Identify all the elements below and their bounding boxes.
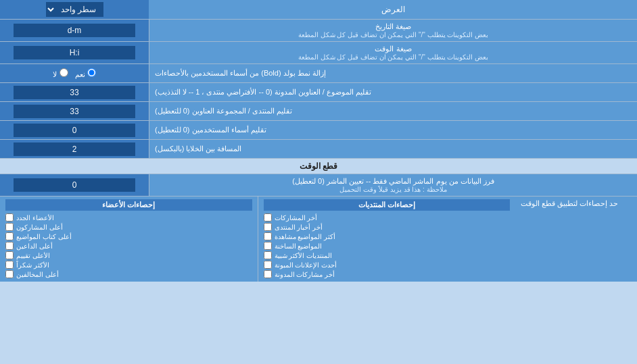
usernames-trim-row: تقليم أسماء المستخدمين (0 للتعطيل)	[0, 121, 637, 140]
cell-spacing-row: المسافة بين الخلايا (بالبكسل)	[0, 140, 637, 159]
stats-section: حد إحصاءات لتطبيق قطع الوقت إحصاءات المن…	[0, 197, 637, 282]
posts-stat-item-3: المواضيع الساخنة	[264, 241, 511, 251]
topic-trim-label: تقليم الموضوع / العناوين المدونة (0 -- ا…	[149, 83, 637, 101]
cell-spacing-input-container	[0, 140, 149, 158]
header-row: العرض سطر واحد سطرين ثلاثة أسطر	[0, 0, 637, 20]
usernames-trim-input[interactable]	[14, 124, 135, 137]
posts-stat-checkbox-5[interactable]	[264, 261, 272, 269]
time-format-input[interactable]	[14, 46, 135, 59]
members-stat-item-4: الأعلى تقييم	[5, 251, 252, 260]
bold-remove-radio-container: نعم لا	[0, 64, 149, 82]
usernames-trim-input-container	[0, 121, 149, 139]
bold-no-label: لا	[53, 68, 68, 79]
members-stat-checkbox-6[interactable]	[5, 270, 14, 278]
members-stat-checkbox-4[interactable]	[5, 251, 14, 259]
posts-stats-title: إحصاءات المنتديات	[264, 199, 511, 211]
posts-stat-item-2: أكثر المواضيع مشاهدة	[264, 232, 511, 241]
cutoff-row: فرز البيانات من يوم الماشر الماضي فقط --…	[0, 174, 637, 197]
bold-remove-row: إزالة نمط بولد (Bold) من أسماء المستخدمي…	[0, 64, 637, 83]
posts-stat-item-5: أحدث الإعلانات المبونة	[264, 260, 511, 269]
cutoff-header: قطع الوقت	[0, 159, 637, 174]
topic-trim-input[interactable]	[14, 86, 135, 99]
header-label: العرض	[149, 2, 637, 17]
members-stats-col: إحصاءات الأعضاء الأعضاء الجدد أعلى المشا…	[0, 197, 258, 282]
date-format-label: صيغة التاريخ بعض التكوينات يتطلب "/" الت…	[149, 20, 637, 41]
cutoff-input[interactable]	[14, 178, 135, 192]
members-stat-checkbox-2[interactable]	[5, 232, 14, 240]
display-select[interactable]: سطر واحد سطرين ثلاثة أسطر	[46, 2, 103, 17]
time-format-input-container	[0, 42, 149, 63]
posts-stat-checkbox-4[interactable]	[264, 251, 272, 259]
posts-stat-item-1: أخر أخبار المنتدى	[264, 222, 511, 232]
members-stat-item-6: أعلى المخالفين	[5, 269, 252, 279]
topic-trim-input-container	[0, 83, 149, 101]
main-container: العرض سطر واحد سطرين ثلاثة أسطر صيغة الت…	[0, 0, 637, 282]
posts-stat-item-0: أخر المشاركات	[264, 213, 511, 222]
members-stats-title: إحصاءات الأعضاء	[5, 199, 252, 211]
members-stat-item-3: أعلى الداعين	[5, 241, 252, 251]
posts-stat-checkbox-3[interactable]	[264, 242, 272, 250]
bold-yes-label: نعم	[75, 68, 96, 79]
forum-trim-label: تقليم المنتدى / المجموعة العناوين (0 للت…	[149, 102, 637, 120]
members-stat-item-1: أعلى المشاركون	[5, 222, 252, 232]
members-stat-checkbox-1[interactable]	[5, 223, 14, 231]
usernames-trim-label: تقليم أسماء المستخدمين (0 للتعطيل)	[149, 121, 637, 139]
bold-remove-label: إزالة نمط بولد (Bold) من أسماء المستخدمي…	[149, 64, 637, 82]
bold-yes-radio[interactable]	[87, 68, 96, 77]
posts-stat-checkbox-0[interactable]	[264, 213, 272, 222]
date-format-row: صيغة التاريخ بعض التكوينات يتطلب "/" الت…	[0, 20, 637, 42]
time-format-row: صيغة الوقت بعض التكوينات يتطلب "/" التي …	[0, 42, 637, 64]
time-format-label: صيغة الوقت بعض التكوينات يتطلب "/" التي …	[149, 42, 637, 63]
posts-stats-col: إحصاءات المنتديات أخر المشاركات أخر أخبا…	[258, 197, 516, 282]
date-format-input[interactable]	[14, 24, 135, 37]
members-stat-checkbox-5[interactable]	[5, 261, 14, 269]
apply-cutoff-col: حد إحصاءات لتطبيق قطع الوقت	[515, 197, 637, 282]
forum-trim-input-container	[0, 102, 149, 120]
date-format-input-container	[0, 20, 149, 41]
cell-spacing-label: المسافة بين الخلايا (بالبكسل)	[149, 140, 637, 158]
cutoff-label: فرز البيانات من يوم الماشر الماضي فقط --…	[149, 174, 637, 196]
posts-stat-item-4: المنتديات الأكثر شبية	[264, 251, 511, 260]
members-stat-checkbox-3[interactable]	[5, 242, 14, 250]
bold-no-radio[interactable]	[60, 68, 68, 77]
topic-trim-row: تقليم الموضوع / العناوين المدونة (0 -- ا…	[0, 83, 637, 102]
members-stat-item-0: الأعضاء الجدد	[5, 213, 252, 222]
cutoff-input-container	[0, 174, 149, 196]
members-stat-item-5: الأكثر شكراً	[5, 260, 252, 269]
members-stat-item-2: أعلى كتاب المواضيع	[5, 232, 252, 241]
members-stat-checkbox-0[interactable]	[5, 213, 14, 222]
forum-trim-input[interactable]	[14, 105, 135, 118]
posts-stat-item-6: أخر مشاركات المدونة	[264, 269, 511, 279]
posts-stat-checkbox-1[interactable]	[264, 223, 272, 231]
header-select-container: سطر واحد سطرين ثلاثة أسطر	[0, 0, 149, 19]
posts-stat-checkbox-6[interactable]	[264, 270, 272, 278]
bold-radio-group: نعم لا	[47, 68, 101, 79]
forum-trim-row: تقليم المنتدى / المجموعة العناوين (0 للت…	[0, 102, 637, 121]
posts-stat-checkbox-2[interactable]	[264, 232, 272, 240]
cell-spacing-input[interactable]	[14, 142, 135, 156]
